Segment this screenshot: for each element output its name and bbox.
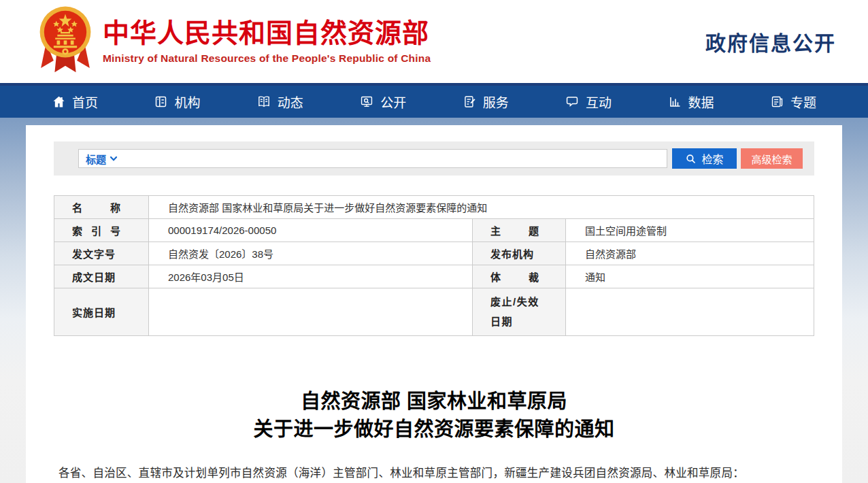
search-box: 标题 — [78, 149, 667, 168]
document-salutation: 各省、自治区、直辖市及计划单列市自然资源（海洋）主管部门、林业和草原主管部门，新… — [54, 461, 814, 483]
nav-item-services[interactable]: 服务 — [463, 93, 509, 111]
doc-number-row: 发文字号 自然资发〔2026〕38号 发布机构 自然资源部 — [54, 242, 814, 265]
nav-item-data[interactable]: 数据 — [668, 93, 714, 111]
doc-date-expiry-label: 废止/失效日期 — [473, 288, 566, 336]
doc-index-row: 索 引 号 000019174/2026-00050 主 题 国土空间用途管制 — [54, 219, 814, 242]
chevron-down-icon — [110, 154, 118, 163]
data-chart-icon — [668, 95, 682, 109]
nav-item-interaction[interactable]: 互动 — [565, 93, 612, 111]
doc-name-row: 名 称 自然资源部 国家林业和草原局关于进一步做好自然资源要素保障的通知 — [54, 196, 814, 219]
nav-item-home[interactable]: 首页 — [52, 93, 98, 111]
doc-genre-label: 体 裁 — [473, 265, 566, 288]
doc-number-label: 发文字号 — [54, 242, 149, 265]
document-title-line2: 关于进一步做好自然资源要素保障的通知 — [253, 418, 614, 440]
site-title: 中华人民共和国自然资源部 — [103, 18, 431, 49]
doc-date-written-value: 2026年03月05日 — [149, 265, 473, 288]
nav-item-label: 专题 — [790, 93, 816, 111]
doc-validity-row: 实施日期 废止/失效日期 — [54, 288, 814, 336]
page-background: 标题 检索 高级检索 名 称 自然资源部 国家林业和草原局关于进一步做好自然资源… — [0, 118, 868, 483]
main-navigation: 首页 机构 动态 公开 服务 互动 数据 专题 — [0, 86, 868, 118]
doc-index-label: 索 引 号 — [54, 219, 149, 242]
doc-publisher-label: 发布机构 — [473, 242, 566, 265]
nav-item-label: 互动 — [586, 93, 612, 111]
doc-subject-label: 主 题 — [473, 219, 566, 242]
search-bar: 标题 检索 高级检索 — [54, 141, 814, 176]
search-button-label: 检索 — [701, 150, 723, 167]
doc-date-row: 成文日期 2026年03月05日 体 裁 通知 — [54, 265, 814, 288]
doc-index-value: 000019174/2026-00050 — [149, 219, 473, 242]
news-book-icon — [256, 95, 271, 109]
doc-info-table: 名 称 自然资源部 国家林业和草原局关于进一步做好自然资源要素保障的通知 索 引… — [54, 195, 814, 336]
doc-genre-value: 通知 — [566, 265, 814, 288]
search-icon — [685, 153, 697, 165]
content-card: 标题 检索 高级检索 名 称 自然资源部 国家林业和草原局关于进一步做好自然资源… — [26, 125, 842, 483]
organization-icon — [154, 95, 168, 109]
search-field-selector[interactable]: 标题 — [86, 152, 118, 166]
national-emblem-icon — [39, 5, 92, 78]
home-icon — [52, 95, 66, 109]
nav-item-news[interactable]: 动态 — [256, 93, 303, 111]
document-title: 自然资源部 国家林业和草原局 关于进一步做好自然资源要素保障的通知 — [54, 388, 814, 443]
nav-item-label: 动态 — [278, 93, 303, 111]
interaction-chat-icon — [565, 95, 580, 109]
nav-item-label: 服务 — [483, 93, 509, 111]
services-document-icon — [463, 95, 477, 109]
nav-item-label: 机构 — [174, 93, 200, 111]
national-emblem-logo[interactable] — [22, 5, 92, 78]
nav-item-label: 公开 — [380, 93, 406, 111]
nav-item-organization[interactable]: 机构 — [154, 93, 200, 111]
doc-number-value: 自然资发〔2026〕38号 — [149, 242, 473, 265]
doc-publisher-value: 自然资源部 — [566, 242, 814, 265]
search-input[interactable] — [118, 150, 660, 167]
doc-date-effective-value — [149, 288, 473, 336]
search-button[interactable]: 检索 — [672, 148, 737, 169]
doc-subject-value: 国土空间用途管制 — [566, 219, 814, 242]
site-header: 中华人民共和国自然资源部 Ministry of Natural Resourc… — [0, 0, 868, 83]
nav-item-disclosure[interactable]: 公开 — [359, 93, 406, 111]
doc-date-written-label: 成文日期 — [54, 265, 149, 288]
page-section-title: 政府信息公开 — [705, 27, 836, 56]
doc-date-expiry-value — [566, 288, 814, 336]
advanced-search-button[interactable]: 高级检索 — [741, 148, 803, 169]
doc-date-effective-label: 实施日期 — [54, 288, 149, 336]
doc-name-value: 自然资源部 国家林业和草原局关于进一步做好自然资源要素保障的通知 — [149, 196, 814, 219]
nav-item-label: 首页 — [72, 93, 98, 111]
topics-newspaper-icon — [770, 95, 784, 109]
nav-item-label: 数据 — [688, 93, 714, 111]
doc-name-label: 名 称 — [54, 196, 149, 219]
search-field-label: 标题 — [86, 152, 106, 166]
document-title-line1: 自然资源部 国家林业和草原局 — [301, 390, 567, 412]
disclosure-monitor-icon — [359, 95, 374, 109]
nav-item-topics[interactable]: 专题 — [770, 93, 816, 111]
site-title-english: Ministry of Natural Resources of the Peo… — [103, 52, 431, 65]
